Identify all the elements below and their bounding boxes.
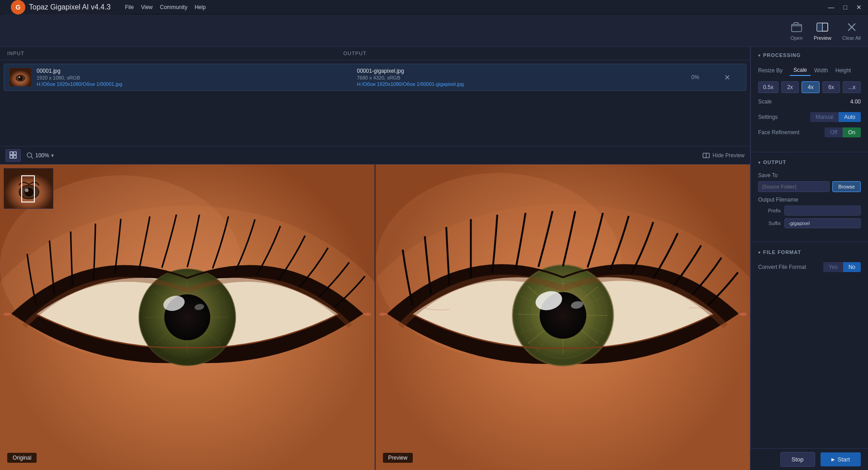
file-format-section-title: FILE FORMAT: [763, 249, 801, 255]
processing-chevron-icon: ▾: [758, 53, 760, 58]
file-name: 00001.jpg: [37, 68, 357, 74]
width-tab[interactable]: Width: [811, 65, 832, 76]
file-list-area: INPUT OUTPUT: [0, 47, 750, 146]
file-list-header: INPUT OUTPUT: [0, 47, 750, 60]
output-section-title: OUTPUT: [763, 160, 786, 165]
remove-col: ✕: [713, 73, 741, 82]
convert-file-format-row: Convert File Format Yes No: [758, 262, 861, 272]
scale-2x-button[interactable]: 2x: [781, 81, 799, 93]
preview-button[interactable]: Preview: [814, 21, 831, 41]
save-to-input-row: Browse: [758, 181, 861, 192]
title-bar-menu: File View Community Help: [125, 4, 206, 10]
svg-point-46: [700, 228, 702, 229]
convert-yes-button[interactable]: Yes: [823, 262, 843, 272]
svg-point-45: [682, 240, 684, 241]
thumbnail-selector[interactable]: [21, 175, 35, 202]
preview-label: Preview: [383, 453, 413, 463]
menu-community[interactable]: Community: [160, 4, 188, 10]
save-to-row: Save To Browse: [758, 172, 861, 192]
face-refinement-label: Face Refinement: [758, 129, 825, 136]
minimize-button[interactable]: —: [826, 3, 837, 12]
auto-button[interactable]: Auto: [839, 112, 861, 122]
svg-rect-3: [817, 23, 822, 31]
scale-custom-button[interactable]: ...x: [843, 81, 861, 93]
processing-section-header[interactable]: ▾ PROCESSING: [751, 47, 868, 61]
file-format-chevron-icon: ▾: [758, 250, 760, 255]
title-bar: G Topaz Gigapixel AI v4.4.3 File View Co…: [0, 0, 868, 14]
file-thumbnail: [9, 68, 31, 86]
scale-tab[interactable]: Scale: [790, 65, 811, 76]
scale-05x-button[interactable]: 0.5x: [758, 81, 778, 93]
preview-images: Original: [0, 164, 750, 470]
section-divider-2: [751, 242, 868, 242]
right-panel: ▾ PROCESSING Resize By Scale Width Heigh…: [750, 47, 868, 470]
scale-buttons: 0.5x 2x 4x 6x ...x: [758, 81, 861, 93]
height-tab[interactable]: Height: [832, 65, 855, 76]
original-label: Original: [7, 453, 37, 463]
filename-grid: Prefix Suffix: [758, 206, 861, 228]
section-divider-1: [751, 152, 868, 152]
fit-to-screen-button[interactable]: [5, 149, 21, 162]
processing-section-content: Resize By Scale Width Height 0.5x 2x 4x …: [751, 61, 868, 150]
browse-button[interactable]: Browse: [832, 181, 861, 192]
scale-value: 4.00: [850, 99, 861, 105]
face-off-button[interactable]: Off: [825, 127, 843, 137]
file-format-section-header[interactable]: ▾ FILE FORMAT: [751, 244, 868, 258]
prefix-label: Prefix: [758, 208, 781, 213]
save-to-input[interactable]: [758, 181, 830, 192]
hide-preview-button[interactable]: Hide Preview: [703, 152, 745, 159]
file-progress: 0%: [677, 74, 713, 80]
manual-button[interactable]: Manual: [810, 112, 839, 122]
output-section-header[interactable]: ▾ OUTPUT: [751, 154, 868, 169]
suffix-label: Suffix: [758, 221, 781, 226]
convert-format-toggle: Yes No: [823, 262, 861, 272]
scale-6x-button[interactable]: 6x: [822, 81, 840, 93]
preview-pane: Preview: [375, 164, 750, 470]
convert-no-button[interactable]: No: [843, 262, 861, 272]
app-logo-icon: G: [11, 0, 25, 14]
svg-point-8: [18, 76, 23, 80]
left-panel: INPUT OUTPUT: [0, 47, 750, 470]
output-filename-label: Output Filename: [758, 197, 861, 203]
app-logo: G Topaz Gigapixel AI v4.4.3: [4, 0, 118, 14]
open-button[interactable]: Open: [790, 21, 803, 41]
face-refinement-toggle: Off On: [825, 127, 861, 137]
col-output-header: OUTPUT: [344, 51, 680, 56]
svg-point-44: [473, 221, 475, 223]
scale-4x-button[interactable]: 4x: [802, 81, 820, 93]
file-dims: 1920 x 1080, sRGB: [37, 75, 357, 80]
stop-button[interactable]: Stop: [780, 452, 815, 467]
header-bar: Open Preview Clear All: [0, 14, 868, 47]
start-button[interactable]: Start: [821, 452, 861, 466]
scale-row: Scale 4.00: [758, 99, 861, 105]
file-row[interactable]: 00001.jpg 1920 x 1080, sRGB H:/Обои 1920…: [4, 64, 746, 91]
preview-area: 100% ▾ Hide Preview: [0, 146, 750, 470]
file-format-section-content: Convert File Format Yes No: [751, 258, 868, 285]
svg-rect-12: [10, 155, 13, 158]
settings-row: Settings Manual Auto: [758, 112, 861, 122]
maximize-button[interactable]: □: [841, 3, 850, 12]
menu-file[interactable]: File: [125, 4, 134, 10]
prefix-input[interactable]: [784, 206, 861, 216]
remove-file-button[interactable]: ✕: [724, 73, 730, 82]
zoom-control[interactable]: 100% ▾: [26, 152, 54, 159]
convert-format-label: Convert File Format: [758, 264, 823, 270]
clear-all-button[interactable]: Clear All: [842, 21, 861, 41]
original-pane: Original: [0, 164, 375, 470]
thumbnail-nav[interactable]: [4, 168, 53, 209]
svg-point-9: [19, 76, 20, 78]
suffix-input[interactable]: [784, 218, 861, 228]
face-on-button[interactable]: On: [843, 127, 861, 137]
output-path: H:/Обои 1920x1080/Обои 1/00001-gigapixel…: [357, 81, 678, 87]
hide-preview-label: Hide Preview: [712, 152, 745, 159]
menu-view[interactable]: View: [141, 4, 153, 10]
output-filename-row: Output Filename Prefix Suffix: [758, 197, 861, 228]
zoom-chevron-icon: ▾: [51, 152, 54, 159]
close-button[interactable]: ✕: [854, 3, 864, 12]
svg-point-47: [423, 356, 425, 358]
menu-help[interactable]: Help: [194, 4, 206, 10]
file-path: H:/Обои 1920x1080/Обои 1/00001.jpg: [37, 81, 357, 87]
header-toolbar: Open Preview Clear All: [790, 21, 861, 41]
title-bar-controls: — □ ✕: [826, 3, 864, 12]
processing-section-title: PROCESSING: [763, 52, 801, 58]
